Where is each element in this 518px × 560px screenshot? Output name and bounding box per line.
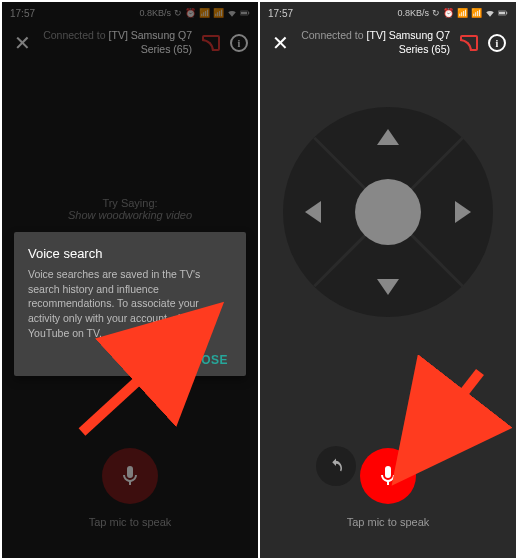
svg-rect-2 xyxy=(241,12,247,15)
screenshot-left: 17:57 0.8KB/s ↻ ⏰ 📶 📶 ✕ Connected to [TV… xyxy=(2,2,258,558)
cast-icon[interactable] xyxy=(202,35,220,51)
connected-prefix: Connected to xyxy=(301,29,366,41)
dpad-down[interactable] xyxy=(377,279,399,295)
net-speed: 0.8KB/s xyxy=(139,8,171,18)
mic-icon xyxy=(376,464,400,488)
info-icon[interactable]: i xyxy=(488,34,506,52)
wifi-icon xyxy=(485,8,495,18)
svg-rect-5 xyxy=(506,12,507,14)
try-label: Try Saying: xyxy=(2,197,258,209)
status-time: 17:57 xyxy=(268,8,293,19)
device-name: [TV] Samsung Q7 Series (65) xyxy=(109,29,192,55)
cast-header: ✕ Connected to [TV] Samsung Q7 Series (6… xyxy=(2,24,258,62)
status-time: 17:57 xyxy=(10,8,35,19)
signal-icon: 📶 xyxy=(213,8,224,18)
dpad xyxy=(283,107,493,317)
dpad-ok[interactable] xyxy=(355,179,421,245)
try-example: Show woodworking video xyxy=(2,209,258,221)
status-bar: 17:57 0.8KB/s ↻ ⏰ 📶 📶 xyxy=(260,2,516,24)
mic-button[interactable] xyxy=(102,448,158,504)
mic-area: Tap mic to speak xyxy=(2,448,258,528)
net-speed: 0.8KB/s xyxy=(397,8,429,18)
connected-to-label: Connected to [TV] Samsung Q7 Series (65) xyxy=(42,29,192,56)
mic-button[interactable] xyxy=(360,448,416,504)
try-saying: Try Saying: Show woodworking video xyxy=(2,197,258,221)
info-icon[interactable]: i xyxy=(230,34,248,52)
sync-icon: ↻ xyxy=(432,8,440,18)
wifi-icon xyxy=(227,8,237,18)
cast-icon[interactable] xyxy=(460,35,478,51)
battery-icon xyxy=(498,8,508,18)
dpad-left[interactable] xyxy=(305,201,321,223)
device-name: [TV] Samsung Q7 Series (65) xyxy=(367,29,450,55)
status-icons: 0.8KB/s ↻ ⏰ 📶 📶 xyxy=(397,8,508,18)
close-icon[interactable]: ✕ xyxy=(270,31,290,55)
svg-rect-1 xyxy=(248,12,249,14)
mic-label: Tap mic to speak xyxy=(2,516,258,528)
mic-label: Tap mic to speak xyxy=(260,516,516,528)
connected-to-label: Connected to [TV] Samsung Q7 Series (65) xyxy=(300,29,450,56)
svg-rect-6 xyxy=(499,12,505,15)
mic-icon xyxy=(118,464,142,488)
mic-area: Tap mic to speak xyxy=(260,448,516,528)
dpad-up[interactable] xyxy=(377,129,399,145)
status-bar: 17:57 0.8KB/s ↻ ⏰ 📶 📶 xyxy=(2,2,258,24)
dpad-right[interactable] xyxy=(455,201,471,223)
close-icon[interactable]: ✕ xyxy=(12,31,32,55)
signal-icon: 📶 xyxy=(457,8,468,18)
dialog-body: Voice searches are saved in the TV's sea… xyxy=(28,267,232,340)
status-icons: 0.8KB/s ↻ ⏰ 📶 📶 xyxy=(139,8,250,18)
signal-icon: 📶 xyxy=(199,8,210,18)
cast-header: ✕ Connected to [TV] Samsung Q7 Series (6… xyxy=(260,24,516,62)
dialog-title: Voice search xyxy=(28,246,232,261)
battery-icon xyxy=(240,8,250,18)
alarm-icon: ⏰ xyxy=(443,8,454,18)
signal-icon: 📶 xyxy=(471,8,482,18)
voice-search-dialog: Voice search Voice searches are saved in… xyxy=(14,232,246,376)
alarm-icon: ⏰ xyxy=(185,8,196,18)
screenshot-right: 17:57 0.8KB/s ↻ ⏰ 📶 📶 ✕ Connected to [TV… xyxy=(260,2,516,558)
dialog-close-button[interactable]: CLOSE xyxy=(180,349,232,371)
sync-icon: ↻ xyxy=(174,8,182,18)
connected-prefix: Connected to xyxy=(43,29,108,41)
